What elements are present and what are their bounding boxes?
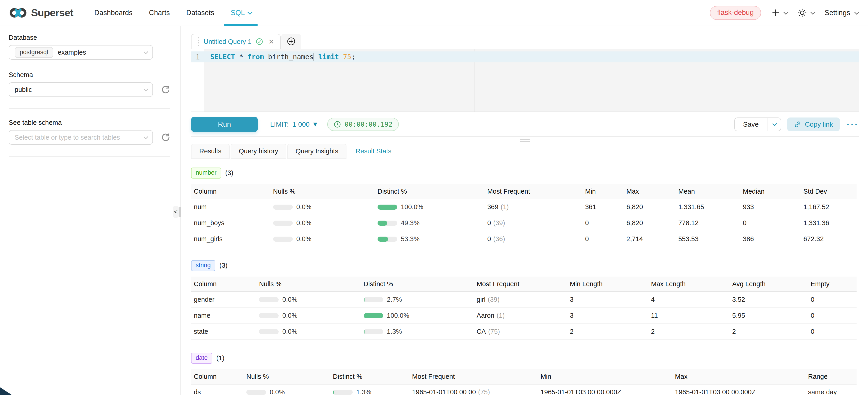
close-tab-icon[interactable]: ✕ [269,38,274,46]
most-frequent-value: 369 [487,203,498,211]
bar-fill [377,205,397,210]
bar-track [377,205,397,210]
stat-cell: 3 [567,308,648,324]
column-header: Nulls % [244,369,330,384]
sql-token-plain: * [235,53,247,61]
pane-resize-handle[interactable] [191,137,859,144]
line-number: 1 [191,53,204,61]
column-header: Min [582,184,624,199]
percent-bar: 0.0% [259,312,358,320]
most-frequent-count: (36) [493,235,505,243]
column-header: Mean [676,184,740,199]
column-count: (3) [225,169,233,177]
bar-track [273,237,293,242]
percent-bar: 100.0% [364,312,471,320]
bar-track [246,390,266,395]
stats-section-header-number: number(3) [191,168,859,179]
stat-cell: 778.12 [676,215,740,231]
nulls-pct-cell: 0.0% [270,199,375,215]
stats-header-row: ColumnNulls %Distinct %Most FrequentMinM… [191,369,857,384]
more-actions-button[interactable]: ··· [847,122,859,127]
column-header: Most Frequent [474,277,567,292]
stat-cell: 2 [648,324,730,340]
elapsed-time-value: 00:00:00.192 [345,120,393,128]
nav-sql[interactable]: SQL [230,0,252,26]
most-frequent-cell: CA(75) [474,324,567,340]
brand-name: Superset [31,7,73,19]
schema-select[interactable]: public [9,82,153,97]
distinct-pct-cell: 2.7% [361,292,474,308]
column-header: Most Frequent [409,369,538,384]
most-frequent-value: 0 [487,219,491,226]
stat-cell: 2 [567,324,648,340]
percent-bar: 1.3% [364,328,471,335]
collapse-sidebar-button[interactable]: < [173,206,179,218]
add-tab-button[interactable] [281,34,301,49]
database-engine-tag: postgresql [14,47,53,58]
percent-label: 1.3% [356,388,371,395]
tab-results[interactable]: Results [191,144,230,159]
elapsed-timer: 00:00:00.192 [327,118,399,131]
most-frequent-cell: 1965-01-01T00:00:00(75) [409,384,538,395]
distinct-pct-cell: 1.3% [330,384,409,395]
stat-cell: 2 [730,324,808,340]
percent-bar: 100.0% [377,203,481,211]
tab-query-insights[interactable]: Query Insights [287,144,346,159]
copy-link-button[interactable]: Copy link [787,118,840,131]
run-button[interactable]: Run [191,117,258,132]
column-header: Min [538,369,672,384]
sidebar-divider [9,156,170,157]
nav-datasets[interactable]: Datasets [186,0,215,26]
stat-cell: 1965-01-01T03:00:00.000Z [672,384,805,395]
stat-cell: 0 [808,292,857,308]
column-header: Max [624,184,676,199]
bar-track [377,237,397,242]
column-header: Nulls % [270,184,375,199]
sql-code-editor[interactable]: 1 SELECT * from birth_names limit 75; [191,49,859,112]
distinct-pct-cell: 49.3% [375,215,485,231]
environment-badge: flask-debug [710,6,761,20]
query-tab[interactable]: Untitled Query 1 ✕ [191,34,281,49]
column-header: Max [672,369,805,384]
percent-label: 0.0% [282,312,297,320]
table-schema-label: See table schema [9,119,180,126]
database-select[interactable]: postgresql examples [9,45,153,60]
bar-track [273,205,293,210]
bar-fill [364,329,365,334]
save-button[interactable]: Save [735,118,767,131]
limit-dropdown[interactable]: LIMIT: 1 000 ▼ [270,120,317,128]
table-select[interactable]: Select table or type to search tables [9,130,153,145]
stat-cell: 1,167.52 [801,199,857,215]
stat-cell: 361 [582,199,624,215]
superset-brand[interactable]: Superset [9,7,73,19]
stat-cell: 1,331.65 [676,199,740,215]
new-item-button[interactable] [772,9,787,17]
tab-query-history[interactable]: Query history [230,144,286,159]
theme-toggle-button[interactable] [798,8,814,18]
sql-lab-sidebar: Database postgresql examples Schema publ… [0,26,181,395]
chevron-down-icon [772,121,777,126]
distinct-pct-cell: 100.0% [375,199,485,215]
column-name-cell: gender [191,292,256,308]
percent-label: 100.0% [401,203,423,211]
type-tag-string: string [191,260,215,271]
refresh-tables-button[interactable] [161,133,170,142]
most-frequent-count: (1) [501,203,509,211]
tab-result-stats[interactable]: Result Stats [347,144,400,159]
bar-fill [333,390,334,395]
chevron-down-icon [144,134,148,139]
nav-charts[interactable]: Charts [149,0,170,26]
percent-label: 53.3% [401,235,420,243]
drag-handle-icon[interactable] [197,36,199,47]
stats-table-date: ColumnNulls %Distinct %Most FrequentMinM… [191,369,857,395]
most-frequent-count: (39) [488,296,500,303]
column-name-cell: state [191,324,256,340]
save-options-caret[interactable] [767,118,781,131]
refresh-schemas-button[interactable] [161,85,170,94]
percent-bar: 0.0% [259,296,358,303]
most-frequent-value: girl [477,296,486,303]
settings-menu[interactable]: Settings [825,9,858,17]
nav-dashboards[interactable]: Dashboards [94,0,133,26]
stat-cell: 933 [740,199,801,215]
stats-header-row: ColumnNulls %Distinct %Most FrequentMin … [191,277,857,292]
